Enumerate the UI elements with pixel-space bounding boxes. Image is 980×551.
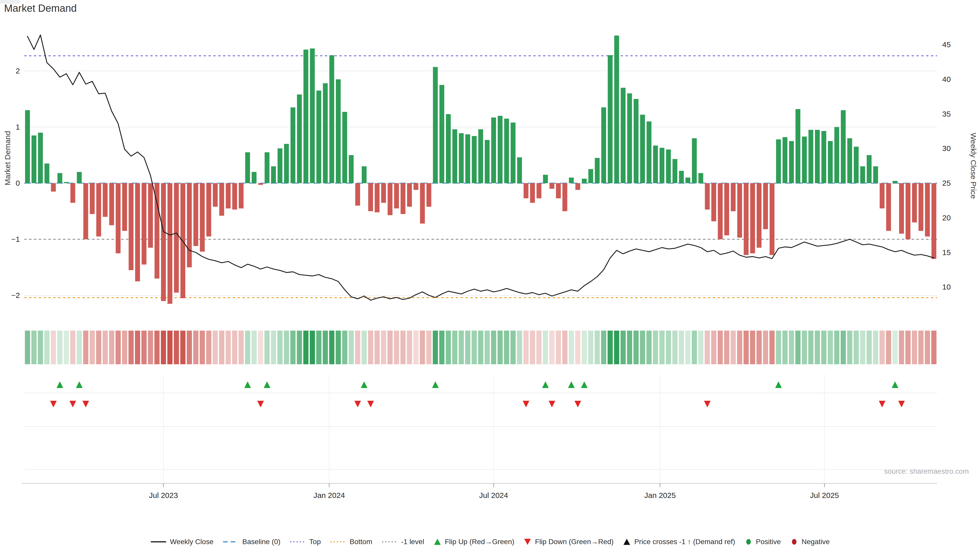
demand-bar [317, 91, 321, 183]
demand-heatmap-stripe [32, 330, 37, 364]
legend-item: Top [290, 538, 321, 546]
demand-bar [795, 109, 800, 183]
demand-bar [420, 183, 425, 224]
demand-bar [388, 183, 393, 215]
demand-bar [841, 110, 846, 183]
demand-heatmap-stripe [692, 330, 697, 364]
demand-heatmap-stripe [303, 330, 308, 364]
left-axis-tick: 2 [16, 67, 20, 75]
demand-heatmap-stripe [575, 330, 580, 364]
demand-heatmap-stripe [543, 330, 548, 364]
right-axis-tick: 20 [942, 213, 951, 222]
flip-down-marker [69, 401, 76, 407]
demand-heatmap-stripe [83, 330, 88, 364]
demand-heatmap-stripe [866, 330, 872, 364]
demand-heatmap-stripe [491, 330, 496, 364]
demand-bar [569, 178, 574, 183]
demand-heatmap-stripe [193, 330, 198, 364]
demand-heatmap-stripe [472, 330, 477, 364]
demand-bar [414, 183, 418, 190]
demand-bar [640, 115, 645, 183]
demand-bar [323, 83, 328, 183]
demand-bar [711, 183, 716, 221]
demand-bar [278, 148, 283, 183]
demand-heatmap-stripe [595, 330, 600, 364]
demand-heatmap-stripe [705, 330, 710, 364]
demand-heatmap-stripe [258, 330, 263, 364]
demand-heatmap-stripe [925, 330, 930, 364]
demand-heatmap-stripe [76, 330, 82, 364]
demand-bar [342, 112, 347, 183]
demand-heatmap-stripe [828, 330, 833, 364]
demand-bar [290, 107, 295, 183]
demand-heatmap-stripe [316, 330, 321, 364]
demand-heatmap-stripe [374, 330, 380, 364]
demand-heatmap-stripe [336, 330, 341, 364]
flip-down-marker [83, 401, 89, 407]
demand-bar [789, 141, 794, 183]
demand-bar [867, 155, 872, 183]
demand-bar [439, 85, 444, 183]
demand-bar [498, 116, 503, 183]
demand-heatmap-stripe [142, 330, 146, 364]
left-axis-tick: 1 [16, 123, 20, 131]
demand-bar [536, 183, 541, 198]
demand-heatmap-stripe [886, 330, 891, 364]
demand-heatmap-stripe [426, 330, 431, 364]
demand-heatmap-stripe [633, 330, 638, 364]
x-axis-tick-label: Jan 2025 [644, 491, 676, 499]
demand-bar [737, 183, 742, 238]
demand-heatmap-stripe [756, 330, 762, 364]
demand-heatmap-stripe [750, 330, 755, 364]
demand-bar [446, 114, 451, 183]
demand-bar [511, 122, 515, 183]
demand-bar [783, 137, 788, 183]
demand-heatmap-stripe [387, 330, 393, 364]
demand-heatmap-stripe [394, 330, 399, 364]
demand-bar [517, 157, 522, 183]
demand-heatmap-stripe [899, 330, 904, 364]
demand-bar [336, 79, 341, 183]
demand-heatmap-stripe [724, 330, 729, 364]
legend-marker-circle-icon [746, 539, 751, 545]
demand-bar [634, 99, 638, 183]
demand-bar [925, 183, 930, 237]
demand-bar [750, 183, 755, 253]
flip-up-marker [542, 381, 549, 388]
demand-bar [70, 183, 75, 203]
demand-heatmap-stripe [511, 330, 515, 364]
demand-heatmap-stripe [672, 330, 677, 364]
demand-heatmap-stripe [918, 330, 923, 364]
demand-bar [692, 138, 697, 183]
demand-heatmap-stripe [355, 330, 360, 364]
demand-bar [724, 183, 729, 235]
demand-bar [135, 183, 140, 281]
flip-down-marker [523, 401, 529, 407]
demand-heatmap-stripe [562, 330, 567, 364]
demand-heatmap-stripe [45, 330, 49, 364]
legend-item: Flip Down (Green→Red) [523, 538, 614, 546]
demand-bar [899, 183, 904, 233]
demand-bar [57, 173, 62, 183]
demand-bar [297, 94, 302, 183]
demand-heatmap-stripe [277, 330, 283, 364]
demand-heatmap-stripe [458, 330, 464, 364]
legend-swatch-triangle-down [523, 538, 531, 546]
legend-item: Price crosses -1 ↑ (Demand ref) [623, 538, 735, 546]
demand-heatmap-stripe [892, 330, 897, 364]
demand-heatmap-stripe [329, 330, 334, 364]
demand-heatmap-stripe [465, 330, 470, 364]
demand-heatmap-stripe [167, 330, 172, 364]
demand-heatmap-stripe [154, 330, 159, 364]
demand-bar [465, 135, 470, 183]
demand-bar [219, 183, 224, 216]
demand-heatmap-stripe [841, 330, 846, 364]
demand-heatmap-stripe [523, 330, 528, 364]
demand-heatmap-stripe [407, 330, 412, 364]
x-axis-tick-label: Jul 2024 [479, 491, 508, 499]
flip-up-marker [568, 381, 575, 388]
demand-bar [504, 119, 509, 183]
market-demand-page: Market Demand Market Demand Weekly Close… [0, 0, 980, 551]
legend-label: Weekly Close [170, 538, 213, 546]
demand-bar [45, 164, 49, 183]
